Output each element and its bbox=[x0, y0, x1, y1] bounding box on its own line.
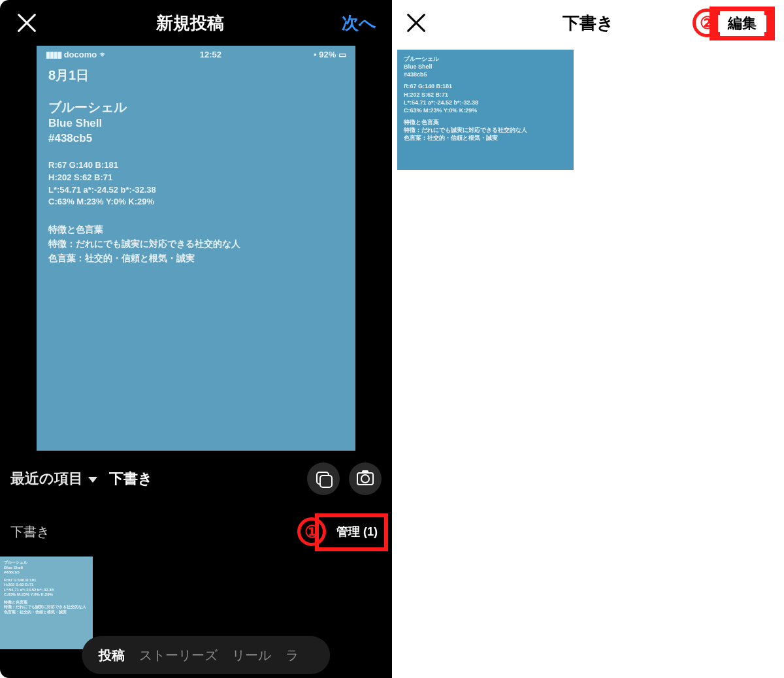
multi-select-button[interactable] bbox=[307, 462, 340, 495]
stack-icon bbox=[316, 472, 331, 486]
next-button[interactable]: 次へ bbox=[342, 12, 376, 35]
left-header: 新規投稿 次へ bbox=[0, 0, 392, 46]
time-label: 12:52 bbox=[200, 50, 221, 59]
annotation-1: ① bbox=[297, 517, 326, 546]
drafts-section-label: 下書き bbox=[10, 523, 50, 541]
selected-media-preview[interactable]: ▮▮▮▮ docomo ᯤ 12:52 ▪ 92% ▭ 8月1日 ブルーシェル … bbox=[37, 46, 355, 451]
close-icon[interactable] bbox=[405, 12, 427, 34]
mode-post[interactable]: 投稿 bbox=[99, 647, 125, 664]
mode-switcher: 投稿 ストーリーズ リール ラ bbox=[82, 636, 330, 674]
draft-thumbnail[interactable]: ブルーシェル Blue Shell #438cb5 R:67 G:140 B:1… bbox=[0, 557, 93, 649]
page-title: 下書き bbox=[563, 12, 614, 35]
draft-tab[interactable]: 下書き bbox=[109, 469, 153, 489]
new-post-panel: 新規投稿 次へ ▮▮▮▮ docomo ᯤ 12:52 ▪ 92% ▭ 8月1日… bbox=[0, 0, 392, 678]
carrier-label: ▮▮▮▮ docomo ᯤ bbox=[46, 50, 108, 59]
mode-reel[interactable]: リール bbox=[232, 647, 271, 664]
source-row: 最近の項目 下書き bbox=[0, 451, 392, 495]
preview-date: 8月1日 bbox=[48, 67, 344, 84]
preview-color-name: ブルーシェル Blue Shell #438cb5 bbox=[48, 99, 344, 146]
chevron-down-icon bbox=[88, 477, 97, 483]
manage-drafts-button[interactable]: 管理 (1) bbox=[333, 523, 382, 541]
annotation-2: ② bbox=[693, 8, 721, 37]
mode-live[interactable]: ラ bbox=[286, 647, 299, 664]
preview-color-values: R:67 G:140 B:181 H:202 S:62 B:71 L*:54.7… bbox=[48, 159, 344, 208]
drafts-bar: 下書き ① 管理 (1) bbox=[0, 495, 392, 553]
preview-statusbar: ▮▮▮▮ docomo ᯤ 12:52 ▪ 92% ▭ bbox=[37, 46, 355, 63]
page-title: 新規投稿 bbox=[156, 12, 224, 35]
battery-label: ▪ 92% ▭ bbox=[314, 50, 346, 59]
camera-button[interactable] bbox=[349, 462, 382, 495]
mode-stories[interactable]: ストーリーズ bbox=[139, 647, 218, 664]
preview-area: ▮▮▮▮ docomo ᯤ 12:52 ▪ 92% ▭ 8月1日 ブルーシェル … bbox=[0, 46, 392, 451]
draft-thumbnail[interactable]: ブルーシェル Blue Shell #438cb5 R:67 G:140 B:1… bbox=[397, 50, 574, 170]
drafts-panel: 下書き ② 編集 編集 ブルーシェル Blue Shell #438cb5 R:… bbox=[392, 0, 784, 678]
right-header: 下書き ② 編集 編集 bbox=[392, 0, 784, 46]
edit-button[interactable]: 編集 bbox=[720, 11, 764, 36]
close-icon[interactable] bbox=[16, 12, 38, 34]
album-picker[interactable]: 最近の項目 bbox=[10, 469, 97, 489]
preview-feature-text: 特徴と色言葉 特徴：だれにでも誠実に対応できる社交的な人 色言葉：社交的・信頼と… bbox=[48, 223, 344, 265]
camera-icon bbox=[357, 472, 374, 485]
